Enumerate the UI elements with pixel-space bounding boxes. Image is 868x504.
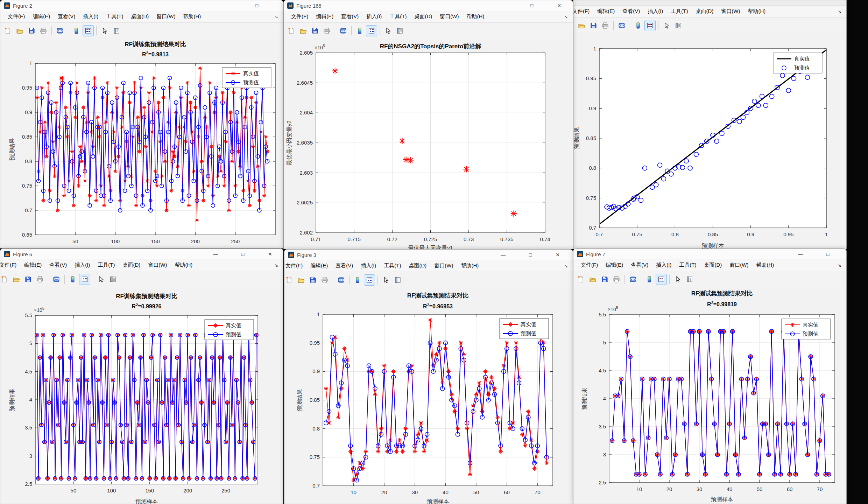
- menu-item-帮助[interactable]: 帮助(H): [179, 13, 205, 20]
- title-bar[interactable]: [573, 0, 846, 6]
- print-figure-icon[interactable]: [35, 274, 45, 285]
- close-button[interactable]: ✕: [554, 3, 564, 8]
- edit-plot-cursor-icon[interactable]: [672, 274, 683, 285]
- menu-item-工具[interactable]: 工具(T): [94, 262, 119, 268]
- menu-item-文件[interactable]: 文件(F): [287, 13, 312, 20]
- plot-legend[interactable]: 真实值预测值: [222, 68, 271, 88]
- link-plot-icon[interactable]: [55, 26, 65, 36]
- menu-overflow-icon[interactable]: ↘: [275, 263, 280, 268]
- link-plot-icon[interactable]: [616, 20, 627, 31]
- link-plot-icon[interactable]: [338, 26, 348, 36]
- property-inspector-icon[interactable]: [111, 26, 122, 36]
- menu-item-编辑[interactable]: 编辑(E): [306, 262, 332, 269]
- maximize-button[interactable]: □: [252, 3, 262, 8]
- open-file-icon[interactable]: [298, 26, 308, 36]
- insert-colorbar-icon[interactable]: [354, 26, 365, 36]
- menu-item-窗口[interactable]: 窗口(W): [436, 13, 463, 20]
- menu-item-窗口[interactable]: 窗口(W): [430, 262, 457, 269]
- property-inspector-icon[interactable]: [395, 26, 405, 36]
- menu-item-工具[interactable]: 工具(T): [380, 262, 405, 269]
- open-file-icon[interactable]: [14, 26, 25, 36]
- menu-item-文件[interactable]: 文件(F): [284, 262, 306, 269]
- title-bar[interactable]: Figure 3 — □ ✕: [284, 250, 573, 260]
- menu-item-桌面[interactable]: 桌面(D): [127, 13, 153, 20]
- menu-item-编辑[interactable]: 编辑(E): [312, 13, 337, 20]
- menu-item-帮助[interactable]: 帮助(H): [744, 8, 769, 15]
- save-figure-icon[interactable]: [308, 275, 318, 285]
- maximize-button[interactable]: □: [238, 251, 248, 257]
- menu-item-查看[interactable]: 查看(V): [627, 262, 652, 268]
- menu-item-插入[interactable]: 插入(I): [644, 8, 667, 15]
- open-file-icon[interactable]: [576, 20, 587, 31]
- title-bar[interactable]: Figure 6 — □ ✕: [0, 249, 283, 259]
- minimize-button[interactable]: —: [210, 251, 221, 257]
- menu-overflow-icon[interactable]: ↘: [564, 264, 569, 268]
- save-figure-icon[interactable]: [599, 274, 610, 285]
- open-file-icon[interactable]: [11, 274, 21, 285]
- save-figure-icon[interactable]: [23, 274, 33, 285]
- edit-plot-cursor-icon[interactable]: [383, 26, 393, 36]
- menu-item-查看[interactable]: 查看(V): [332, 262, 357, 269]
- menu-item-文件[interactable]: 文件(F): [0, 262, 20, 268]
- save-figure-icon[interactable]: [310, 26, 320, 36]
- menu-overflow-icon[interactable]: ↘: [838, 9, 843, 14]
- menu-item-窗口[interactable]: 窗口(W): [153, 13, 179, 20]
- minimize-button[interactable]: —: [224, 3, 235, 8]
- insert-colorbar-icon[interactable]: [352, 275, 363, 285]
- menu-item-编辑[interactable]: 编辑(E): [29, 13, 54, 20]
- menu-item-文件[interactable]: 文件(F): [573, 8, 593, 15]
- insert-colorbar-icon[interactable]: [71, 26, 82, 36]
- print-figure-icon[interactable]: [322, 26, 332, 36]
- new-figure-icon[interactable]: [284, 275, 294, 285]
- menu-item-窗口[interactable]: 窗口(W): [726, 262, 752, 268]
- open-file-icon[interactable]: [587, 274, 598, 285]
- link-plot-icon[interactable]: [336, 275, 346, 285]
- menu-item-插入[interactable]: 插入(I): [652, 262, 675, 268]
- menu-item-桌面[interactable]: 桌面(D): [692, 8, 717, 15]
- menu-overflow-icon[interactable]: ↘: [275, 14, 280, 19]
- print-figure-icon[interactable]: [600, 20, 611, 31]
- plot-legend[interactable]: 真实值预测值: [205, 320, 254, 340]
- menu-item-查看[interactable]: 查看(V): [619, 8, 644, 15]
- new-figure-icon[interactable]: [573, 20, 575, 31]
- menu-item-编辑[interactable]: 编辑(E): [20, 262, 45, 268]
- save-figure-icon[interactable]: [26, 26, 37, 36]
- print-figure-icon[interactable]: [319, 275, 330, 285]
- property-inspector-icon[interactable]: [108, 274, 118, 285]
- maximize-button[interactable]: □: [525, 252, 536, 258]
- minimize-button[interactable]: —: [795, 251, 806, 257]
- title-bar[interactable]: Figure 7 — □: [573, 249, 846, 259]
- title-bar[interactable]: Figure 166 — □ ✕: [284, 0, 573, 11]
- insert-colorbar-icon[interactable]: [633, 20, 643, 31]
- menu-item-插入[interactable]: 插入(I): [357, 262, 380, 269]
- menu-item-插入[interactable]: 插入(I): [71, 262, 94, 268]
- menu-item-文件[interactable]: 文件(F): [577, 262, 602, 268]
- minimize-button[interactable]: —: [499, 3, 510, 8]
- insert-legend-icon[interactable]: [656, 274, 666, 285]
- edit-plot-cursor-icon[interactable]: [661, 20, 672, 31]
- print-figure-icon[interactable]: [38, 26, 49, 36]
- menu-item-编辑[interactable]: 编辑(E): [593, 8, 619, 15]
- insert-legend-icon[interactable]: [364, 275, 375, 285]
- insert-legend-icon[interactable]: [79, 274, 90, 285]
- insert-colorbar-icon[interactable]: [644, 274, 655, 285]
- close-button[interactable]: ✕: [265, 251, 275, 257]
- edit-plot-cursor-icon[interactable]: [99, 26, 110, 36]
- menu-overflow-icon[interactable]: ↘: [564, 14, 569, 19]
- menu-item-帮助[interactable]: 帮助(H): [463, 13, 488, 20]
- link-plot-icon[interactable]: [51, 274, 62, 285]
- menu-overflow-icon[interactable]: ↘: [838, 263, 843, 268]
- menu-item-帮助[interactable]: 帮助(H): [171, 262, 196, 268]
- edit-plot-cursor-icon[interactable]: [381, 275, 391, 285]
- link-plot-icon[interactable]: [628, 274, 638, 285]
- menu-item-桌面[interactable]: 桌面(D): [119, 262, 144, 268]
- menu-item-插入[interactable]: 插入(I): [79, 13, 102, 20]
- new-figure-icon[interactable]: [576, 274, 586, 285]
- plot-legend[interactable]: 真实值预测值: [782, 319, 831, 339]
- maximize-button[interactable]: □: [527, 3, 537, 8]
- menu-item-查看[interactable]: 查看(V): [45, 262, 71, 268]
- menu-item-工具[interactable]: 工具(T): [102, 13, 127, 20]
- menu-item-工具[interactable]: 工具(T): [667, 8, 692, 15]
- menu-item-文件[interactable]: 文件(F): [4, 13, 29, 20]
- insert-colorbar-icon[interactable]: [68, 274, 78, 285]
